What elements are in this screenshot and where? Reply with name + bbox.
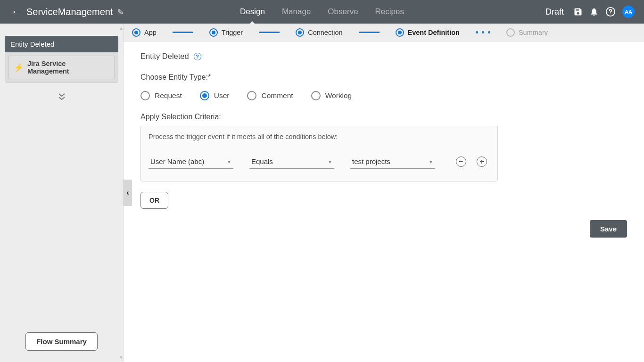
criteria-value-select[interactable]: test projects ▼ [350,155,435,169]
caret-down-icon: ▼ [227,159,231,164]
expand-chevron-icon[interactable] [5,93,118,102]
criteria-box: Process the trigger event if it meets al… [140,126,498,181]
entity-type-radios: Request User Comment Worklog [140,91,627,100]
caret-down-icon: ▼ [429,159,433,164]
radio-icon [311,91,321,100]
connector-chip[interactable]: ⚡ Jira Service Management [8,56,115,79]
select-value: test projects [352,157,390,165]
sidebar-footer: Flow Summary [0,325,123,362]
flow-node-card[interactable]: Entity Deleted ⚡ Jira Service Management [5,36,118,83]
header-left: ← ServiceManagement ✎ [0,7,124,17]
criteria-row-actions [456,156,487,169]
node-card-title: Entity Deleted [5,36,118,52]
step-label: Connection [308,29,342,36]
section-title-row: Entity Deleted ? [140,52,627,61]
caret-down-icon: ▼ [328,159,332,164]
step-connection[interactable]: Connection [296,28,342,37]
tab-recipes[interactable]: Recipes [375,0,404,24]
sidebar-inner: Entity Deleted ⚡ Jira Service Management [0,24,123,325]
content-area: App Trigger Connection Event Definition … [124,24,644,362]
wizard-steps: App Trigger Connection Event Definition … [124,24,644,41]
form-area: Entity Deleted ? Choose Entity Type:* Re… [124,41,644,362]
bell-icon[interactable] [589,7,599,16]
criteria-label: Apply Selection Criteria: [140,113,627,121]
header-right: Draft AA [545,6,644,18]
sidebar-collapse-handle[interactable]: ‹ [124,180,132,206]
radio-label: User [214,91,230,100]
sidebar: ▲▼ Entity Deleted ⚡ Jira Service Managem… [0,24,124,362]
step-radio-icon [132,28,140,37]
radio-request[interactable]: Request [140,91,182,100]
step-radio-icon [396,28,404,37]
step-radio-icon [209,28,218,37]
back-arrow-icon[interactable]: ← [11,7,22,17]
criteria-operator-select[interactable]: Equals ▼ [249,155,334,169]
save-icon[interactable] [573,7,583,16]
app-header: ← ServiceManagement ✎ Design Manage Obse… [0,0,644,24]
criteria-field-select[interactable]: User Name (abc) ▼ [149,155,233,169]
tab-design[interactable]: Design [240,0,265,24]
header-tabs: Design Manage Observe Recipes [240,0,404,24]
step-label: App [144,29,157,36]
step-radio-icon [506,28,515,37]
radio-user[interactable]: User [200,91,230,100]
radio-icon [140,91,150,100]
tab-observe[interactable]: Observe [328,0,358,24]
radio-label: Comment [261,91,293,100]
radio-label: Worklog [325,91,352,100]
step-summary[interactable]: Summary [506,28,548,37]
flow-summary-button[interactable]: Flow Summary [25,332,98,351]
entity-type-label: Choose Entity Type:* [140,73,627,82]
step-label: Trigger [222,29,243,36]
step-dots-icon [476,31,490,33]
step-radio-icon [296,28,304,37]
step-trigger[interactable]: Trigger [209,28,243,37]
radio-comment[interactable]: Comment [247,91,293,100]
radio-worklog[interactable]: Worklog [311,91,352,100]
edit-icon[interactable]: ✎ [117,8,124,16]
status-label: Draft [545,7,564,17]
step-connector [173,32,193,33]
select-value: Equals [251,157,273,165]
step-label: Event Definition [408,29,460,36]
radio-icon [247,91,256,100]
save-button[interactable]: Save [590,220,627,238]
radio-label: Request [155,91,182,100]
connector-name: Jira Service Management [27,60,109,75]
step-event-definition[interactable]: Event Definition [396,28,460,37]
step-connector [359,32,380,33]
main-split: ▲▼ Entity Deleted ⚡ Jira Service Managem… [0,24,644,362]
help-icon[interactable] [605,7,616,17]
step-app[interactable]: App [132,28,157,37]
bolt-icon: ⚡ [14,63,24,73]
tab-manage[interactable]: Manage [282,0,311,24]
criteria-row: User Name (abc) ▼ Equals ▼ test projects… [149,155,490,169]
or-button[interactable]: OR [140,192,168,209]
criteria-description: Process the trigger event if it meets al… [149,133,490,140]
add-condition-button[interactable] [477,156,487,167]
chevron-left-icon: ‹ [126,189,129,197]
page-title: ServiceManagement [26,7,113,17]
step-label: Summary [519,29,548,36]
select-value: User Name (abc) [150,157,204,165]
svg-point-1 [610,14,611,14]
section-title: Entity Deleted [140,52,189,61]
node-card-body: ⚡ Jira Service Management [5,52,118,83]
avatar[interactable]: AA [622,6,635,18]
radio-icon [200,91,209,100]
help-circle-icon[interactable]: ? [194,53,201,60]
step-connector [259,32,280,33]
remove-condition-button[interactable] [456,156,466,167]
